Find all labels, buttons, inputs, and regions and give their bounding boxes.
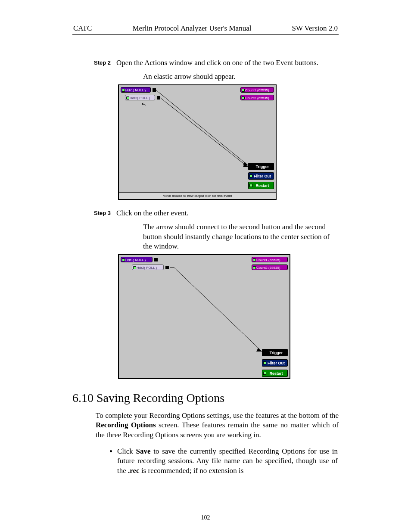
page-number: 102	[72, 514, 339, 521]
svg-marker-1	[243, 164, 248, 167]
bold-rec-extension: .rec	[128, 467, 140, 475]
event-hdr1-button[interactable]: Hdr1( NULL )	[121, 87, 151, 93]
step-2-label: Step 2	[94, 58, 116, 68]
actions-window-diagram-2: Hdr1( NULL ) Hdr2( POLL ) Count1 (65535)…	[118, 254, 290, 379]
section-intro-paragraph: To complete your Recording Options setti…	[96, 411, 339, 440]
output-pin-icon	[154, 258, 158, 261]
status-bar: Move mouse to new output icon for this e…	[119, 192, 276, 199]
text: is recommended; if no extension is	[140, 467, 244, 475]
actions-window-diagram-1: Hdr1( NULL ) Hdr2( POLL ) ↖ Count1 (6553…	[118, 84, 277, 200]
output-pin-icon	[165, 266, 169, 269]
header-center: Merlin Protocol Analyzer User's Manual	[132, 24, 251, 33]
cursor-pointer-icon: ↖	[140, 100, 147, 108]
step-2-note: An elastic arrow should appear.	[143, 72, 339, 81]
section-bullet-list: Click Save to save the currently specifi…	[117, 447, 339, 476]
count1-chip[interactable]: Count1 (65535)	[240, 87, 274, 93]
list-item: Click Save to save the currently specifi…	[117, 447, 339, 476]
output-pin-icon	[157, 96, 160, 100]
restart-button[interactable]: Restart	[262, 370, 288, 377]
trigger-button[interactable]: Trigger	[262, 349, 288, 356]
count1-chip[interactable]: Count1 (65535)	[252, 257, 288, 262]
page-header: CATC Merlin Protocol Analyzer User's Man…	[72, 24, 339, 34]
count2-chip[interactable]: Count2 (65535)	[240, 95, 274, 100]
output-pin-icon	[153, 88, 156, 92]
header-left: CATC	[73, 24, 92, 33]
svg-marker-2	[256, 348, 262, 352]
header-rule	[72, 34, 339, 35]
bold-save: Save	[136, 447, 151, 455]
filter-out-button[interactable]: Filter Out	[248, 172, 274, 180]
bold-recording-options: Recording Options	[96, 421, 156, 429]
count2-chip[interactable]: Count2 (65535)	[252, 264, 288, 270]
step-3-label: Step 3	[94, 208, 116, 218]
event-hdr2-button[interactable]: Hdr2( POLL )	[125, 95, 155, 100]
event-hdr2-button[interactable]: Hdr2( POLL )	[132, 264, 164, 270]
text: To complete your Recording Options setti…	[96, 411, 339, 420]
trigger-button[interactable]: Trigger	[248, 163, 274, 170]
step-2-text: Open the Actions window and click on one…	[116, 58, 339, 68]
step-3-note: The arrow should connect to the second b…	[143, 222, 339, 251]
filter-out-button[interactable]: Filter Out	[262, 359, 288, 367]
svg-marker-0	[243, 162, 248, 165]
event-hdr1-button[interactable]: Hdr1( NULL )	[121, 257, 153, 262]
document-page: CATC Merlin Protocol Analyzer User's Man…	[0, 0, 411, 532]
step-3-text: Click on the other event.	[116, 208, 339, 218]
section-heading: 6.10 Saving Recording Options	[72, 391, 339, 405]
text: Click	[117, 447, 136, 455]
step-2-block: Step 2 Open the Actions window and click…	[94, 58, 339, 68]
step-3-block: Step 3 Click on the other event.	[94, 208, 339, 218]
header-right: SW Version 2.0	[292, 24, 338, 33]
restart-button[interactable]: Restart	[248, 182, 274, 189]
